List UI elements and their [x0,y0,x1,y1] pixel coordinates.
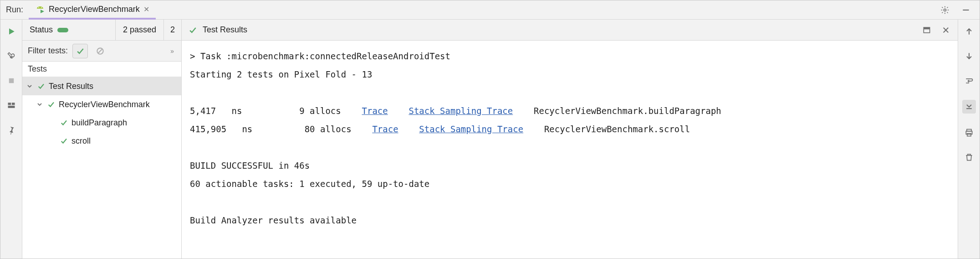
scroll-to-end-icon[interactable] [962,100,976,114]
chevron-down-icon[interactable] [36,101,43,108]
layout-icon[interactable] [6,100,17,111]
chevron-down-icon[interactable] [26,83,33,90]
tests-header: Tests [22,62,181,77]
console-line: Build Analyzer results available [190,215,357,225]
console-line: Starting 2 tests on Pixel Fold - 13 [190,69,372,79]
top-bar: Run: RecyclerViewBenchmark ✕ [0,0,980,20]
status-row: Status 2 passed 2 [22,20,181,41]
console-line: BUILD SUCCESSFUL in 46s [190,161,310,171]
check-icon [47,100,55,109]
check-icon [60,119,68,127]
status-pill-icon [57,28,68,32]
expand-more-icon[interactable]: » [170,47,176,55]
wrench-icon[interactable] [6,51,17,62]
trace-link[interactable]: Trace [372,124,398,134]
run-config-tab[interactable]: RecyclerViewBenchmark ✕ [29,1,156,20]
trash-icon[interactable] [964,152,975,163]
right-gutter [958,20,980,259]
tree-suite[interactable]: RecyclerViewBenchmark [22,95,181,114]
tests-tree[interactable]: Test Results RecyclerViewBenchmark build… [22,77,181,259]
show-passed-button[interactable] [72,44,88,58]
svg-rect-13 [924,27,929,29]
layout-toggle-icon[interactable] [921,25,932,36]
svg-point-0 [38,7,39,8]
trace-link[interactable]: Trace [362,106,388,116]
console-line: 60 actionable tasks: 1 executed, 59 up-t… [190,179,429,189]
android-run-icon [35,4,45,14]
main-title: Test Results [203,25,247,35]
run-config-name: RecyclerViewBenchmark [49,5,140,14]
console-line: 5,417 ns 9 allocs Trace Stack Sampling T… [190,106,721,116]
svg-point-3 [944,9,946,11]
main-header: Test Results [182,20,958,41]
pin-icon[interactable] [6,124,17,135]
show-ignored-button[interactable] [92,44,108,58]
console-line: > Task :microbenchmark:connectedReleaseA… [190,51,450,61]
main-panel: Test Results > Task :microbenchmark:conn… [182,20,958,259]
console-line: 415,905 ns 80 allocs Trace Stack Samplin… [190,124,690,134]
left-gutter [0,20,22,259]
status-label: Status [30,25,53,35]
console-output[interactable]: > Task :microbenchmark:connectedReleaseA… [182,41,958,259]
arrow-down-icon[interactable] [964,51,975,62]
stack-trace-link[interactable]: Stack Sampling Trace [408,106,513,116]
filter-row: Filter tests: » [22,41,181,62]
stack-trace-link[interactable]: Stack Sampling Trace [419,124,523,134]
tests-panel: Status 2 passed 2 Filter tests: » Tests [22,20,182,259]
tree-test[interactable]: scroll [22,132,181,150]
close-icon[interactable] [940,25,951,36]
svg-line-11 [98,49,102,53]
svg-rect-8 [11,103,15,105]
close-icon[interactable]: ✕ [143,5,149,14]
svg-marker-5 [9,28,15,34]
filter-label: Filter tests: [28,46,68,56]
stop-icon[interactable] [6,75,17,86]
svg-rect-7 [8,103,11,105]
total-count: 2 [170,25,175,35]
svg-marker-2 [41,10,44,13]
gear-icon[interactable] [939,5,950,16]
run-label: Run: [0,5,29,15]
check-icon [60,137,68,145]
run-icon[interactable] [6,26,17,37]
minimize-icon[interactable] [960,5,971,16]
tree-test-label: scroll [71,136,91,146]
print-icon[interactable] [964,127,975,138]
tree-root[interactable]: Test Results [22,77,181,95]
tree-test[interactable]: buildParagraph [22,114,181,132]
tree-root-label: Test Results [49,82,93,91]
tree-test-label: buildParagraph [71,118,127,128]
svg-point-1 [41,7,42,8]
check-icon [188,26,197,35]
svg-rect-6 [9,78,14,83]
passed-count: 2 passed [123,25,156,35]
soft-wrap-icon[interactable] [964,75,975,86]
tree-suite-label: RecyclerViewBenchmark [59,100,150,109]
check-icon [37,82,45,90]
svg-rect-9 [8,106,15,108]
arrow-up-icon[interactable] [964,26,975,37]
